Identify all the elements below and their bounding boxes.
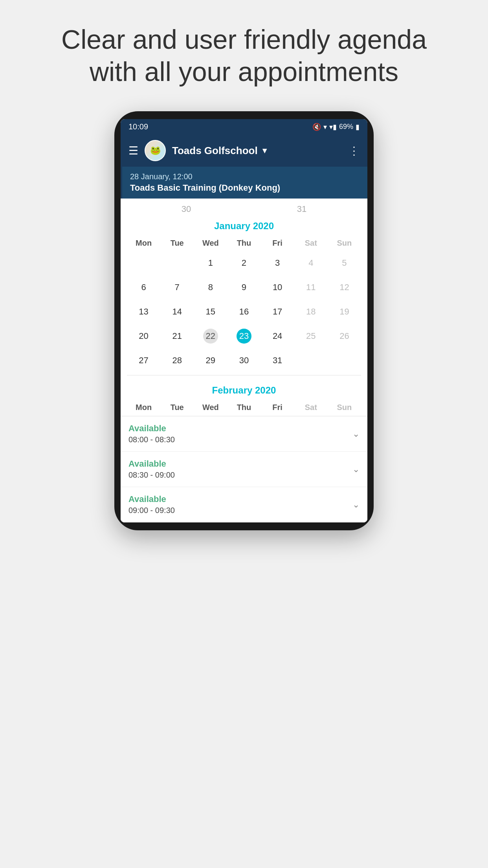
slot-item-2[interactable]: Available 08:30 - 09:00 ⌄: [121, 452, 367, 487]
cal-day-1[interactable]: 1: [194, 252, 227, 274]
phone-frame: 10:09 🔇 ▾ ▾▮ 69% ▮ ☰ 🐸 Toads Golfschool …: [114, 111, 374, 530]
cal-day-11[interactable]: 11: [294, 276, 328, 299]
cal-day-empty: [160, 252, 194, 274]
cal-day-18[interactable]: 18: [294, 300, 328, 323]
cal-day-26[interactable]: 26: [328, 325, 361, 348]
cal-day-4[interactable]: 4: [294, 252, 328, 274]
day-header-sun: Sun: [328, 236, 361, 250]
event-banner: 28 January, 12:00 Toads Basic Training (…: [121, 167, 367, 199]
cal-day-30[interactable]: 30: [227, 349, 261, 372]
prev-day-30: 30: [128, 204, 244, 214]
slot-info-2: Available 08:30 - 09:00: [128, 459, 175, 480]
prev-day-31: 31: [244, 204, 360, 214]
cal-day-22-selected[interactable]: 22: [194, 325, 227, 348]
feb-day-header-wed: Wed: [194, 401, 227, 414]
cal-divider: [127, 375, 361, 375]
cal-day-28[interactable]: 28: [160, 349, 194, 372]
app-title-wrapper: Toads Golfschool ▼: [172, 145, 342, 157]
event-name: Toads Basic Training (Donkey Kong): [130, 183, 360, 193]
january-grid: 1 2 3 4 5 6 7 8 9 10 11 12 13 14 15 16 1…: [121, 252, 367, 372]
day-header-wed: Wed: [194, 236, 227, 250]
feb-day-header-mon: Mon: [127, 401, 160, 414]
cal-day-27[interactable]: 27: [127, 349, 160, 372]
cal-day-16[interactable]: 16: [227, 300, 261, 323]
app-title: Toads Golfschool: [172, 145, 258, 157]
cal-day-19[interactable]: 19: [328, 300, 361, 323]
marketing-headline: Clear and user friendly agenda with all …: [0, 0, 488, 103]
cal-day-20[interactable]: 20: [127, 325, 160, 348]
january-month-title: January 2020: [121, 214, 367, 235]
slot-status-1: Available: [128, 423, 175, 434]
slots-container: Available 08:00 - 08:30 ⌄ Available 08:3…: [121, 416, 367, 522]
cal-day-21[interactable]: 21: [160, 325, 194, 348]
headline-line2: with all your appointments: [90, 57, 398, 86]
feb-day-header-thu: Thu: [227, 401, 261, 414]
cal-day-9[interactable]: 9: [227, 276, 261, 299]
dropdown-arrow-icon[interactable]: ▼: [261, 146, 269, 155]
february-section: February 2020 Mon Tue Wed Thu Fri Sat Su…: [121, 379, 367, 416]
slot-info-3: Available 09:00 - 09:30: [128, 494, 175, 515]
mute-icon: 🔇: [312, 123, 321, 131]
day-header-tue: Tue: [160, 236, 194, 250]
cal-day-29[interactable]: 29: [194, 349, 227, 372]
wifi-icon: ▾: [323, 123, 327, 131]
cal-day-15[interactable]: 15: [194, 300, 227, 323]
cal-day-10[interactable]: 10: [261, 276, 294, 299]
cal-day-12[interactable]: 12: [328, 276, 361, 299]
calendar-body: 30 31 January 2020 Mon Tue Wed Thu Fri S…: [121, 199, 367, 522]
slot-item-3[interactable]: Available 09:00 - 09:30 ⌄: [121, 487, 367, 522]
slot-info-1: Available 08:00 - 08:30: [128, 423, 175, 444]
cal-day-empty: [294, 349, 328, 372]
cal-day-7[interactable]: 7: [160, 276, 194, 299]
cal-day-23-today[interactable]: 23: [227, 325, 261, 348]
slot-time-1: 08:00 - 08:30: [128, 435, 175, 444]
feb-day-header-sun: Sun: [328, 401, 361, 414]
cal-day-31[interactable]: 31: [261, 349, 294, 372]
day-header-sat: Sat: [294, 236, 328, 250]
status-time: 10:09: [128, 122, 148, 131]
app-header: ☰ 🐸 Toads Golfschool ▼ ⋮: [121, 134, 367, 167]
cal-day-empty: [127, 252, 160, 274]
day-header-fri: Fri: [261, 236, 294, 250]
slot-item-1[interactable]: Available 08:00 - 08:30 ⌄: [121, 416, 367, 452]
feb-day-header-sat: Sat: [294, 401, 328, 414]
chevron-down-icon-3: ⌄: [352, 500, 360, 510]
cal-day-6[interactable]: 6: [127, 276, 160, 299]
slot-time-2: 08:30 - 09:00: [128, 471, 175, 480]
avatar: 🐸: [145, 140, 166, 161]
slot-status-3: Available: [128, 494, 175, 504]
hamburger-menu-icon[interactable]: ☰: [128, 144, 138, 157]
battery-icon: ▮: [356, 123, 360, 131]
january-day-headers: Mon Tue Wed Thu Fri Sat Sun: [121, 235, 367, 252]
slot-status-2: Available: [128, 459, 175, 469]
cal-day-14[interactable]: 14: [160, 300, 194, 323]
status-bar: 10:09 🔇 ▾ ▾▮ 69% ▮: [121, 119, 367, 134]
battery-label: 69%: [339, 123, 353, 131]
signal-icon: ▾▮: [329, 123, 337, 131]
more-options-icon[interactable]: ⋮: [349, 144, 360, 157]
chevron-down-icon-2: ⌄: [352, 464, 360, 474]
february-month-title: February 2020: [121, 379, 367, 399]
day-header-thu: Thu: [227, 236, 261, 250]
cal-day-3[interactable]: 3: [261, 252, 294, 274]
feb-day-header-tue: Tue: [160, 401, 194, 414]
phone-screen: 10:09 🔇 ▾ ▾▮ 69% ▮ ☰ 🐸 Toads Golfschool …: [121, 119, 367, 522]
slot-time-3: 09:00 - 09:30: [128, 506, 175, 515]
cal-day-25[interactable]: 25: [294, 325, 328, 348]
cal-day-24[interactable]: 24: [261, 325, 294, 348]
event-date: 28 January, 12:00: [130, 172, 360, 181]
cal-day-5[interactable]: 5: [328, 252, 361, 274]
headline-line1: Clear and user friendly agenda: [61, 24, 427, 54]
chevron-down-icon-1: ⌄: [352, 429, 360, 439]
cal-day-empty: [328, 349, 361, 372]
cal-day-8[interactable]: 8: [194, 276, 227, 299]
prev-month-row: 30 31: [121, 199, 367, 214]
status-icons: 🔇 ▾ ▾▮ 69% ▮: [312, 123, 360, 131]
feb-day-header-fri: Fri: [261, 401, 294, 414]
cal-day-2[interactable]: 2: [227, 252, 261, 274]
day-header-mon: Mon: [127, 236, 160, 250]
february-day-headers: Mon Tue Wed Thu Fri Sat Sun: [121, 399, 367, 416]
cal-day-17[interactable]: 17: [261, 300, 294, 323]
cal-day-13[interactable]: 13: [127, 300, 160, 323]
